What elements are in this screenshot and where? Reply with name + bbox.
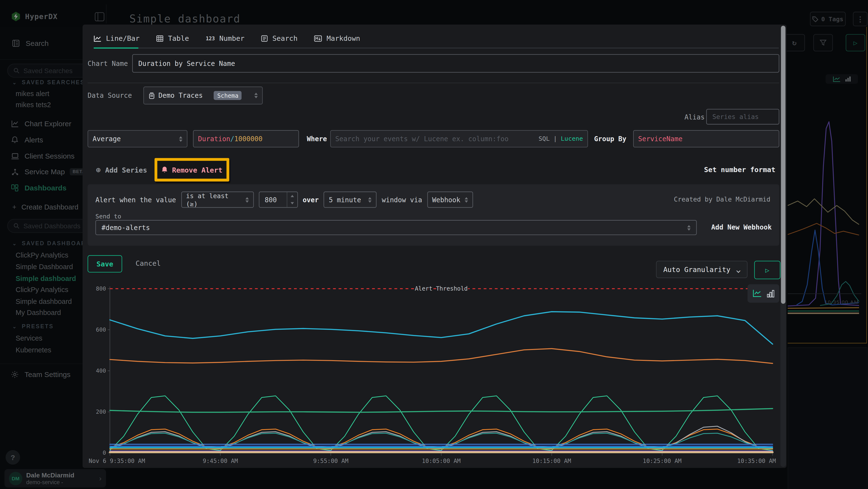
number-123-icon: 123 <box>206 35 215 41</box>
svg-text:Alert Threshold: Alert Threshold <box>415 285 467 292</box>
edit-chart-modal: Line/Bar Table 123 Number Search Markdow… <box>83 25 786 468</box>
sql-mode[interactable]: SQL <box>539 135 550 142</box>
active-tab-underline <box>94 48 138 49</box>
line-chart-icon <box>94 35 101 42</box>
alert-window-select[interactable]: 5 minute <box>324 192 377 208</box>
set-number-format-button[interactable]: Set number format <box>704 165 775 174</box>
alert-channel-select[interactable]: Webhook <box>427 192 473 208</box>
svg-text:400: 400 <box>96 368 106 374</box>
add-circle-icon: ⊕ <box>96 165 101 174</box>
alias-label: Alias <box>684 113 705 121</box>
cancel-button[interactable]: Cancel <box>135 259 161 268</box>
bar-chart-icon <box>767 290 774 297</box>
select-chevrons-icon <box>687 225 690 230</box>
lucene-mode[interactable]: Lucene <box>561 135 583 142</box>
add-new-webhook-button[interactable]: Add New Webhook <box>711 223 772 231</box>
svg-text:9:45:00 AM: 9:45:00 AM <box>203 457 238 464</box>
scrollbar-thumb[interactable] <box>781 26 785 304</box>
granularity-select[interactable]: Auto Granularity ⌄ <box>656 261 747 278</box>
schema-badge: Schema <box>214 91 242 100</box>
svg-text:0: 0 <box>103 450 106 456</box>
app-root: HyperDX Simple dashboard 0 Tags ⋮ ↻ ▷ Se… <box>0 0 868 489</box>
group-by-label: Group By <box>594 135 626 143</box>
tab-table[interactable]: Table <box>156 31 189 48</box>
chevron-down-icon: ⌄ <box>735 265 741 273</box>
where-placeholder: Search your events w/ Lucene ex. column:… <box>335 135 508 143</box>
remove-alert-button[interactable]: Remove Alert <box>161 166 222 174</box>
svg-text:200: 200 <box>96 409 106 415</box>
chart-name-input[interactable] <box>132 54 779 73</box>
series-alias-input[interactable] <box>706 109 779 124</box>
table-icon <box>156 35 163 42</box>
run-query-button[interactable]: ▷ <box>754 261 780 279</box>
svg-text:10:25:00 AM: 10:25:00 AM <box>643 457 682 464</box>
data-source-label: Data Source <box>88 91 132 99</box>
svg-text:10:15:00 AM: 10:15:00 AM <box>532 457 571 464</box>
created-by-label: Created by Dale McDiarmid <box>674 196 770 203</box>
line-chart-svg: 0200400600800Nov 6 9:35:00 AM9:45:00 AM9… <box>88 282 779 468</box>
where-label: Where <box>307 135 327 143</box>
alert-config-panel: Alert when the value is at least (≥) 800… <box>88 184 779 246</box>
select-chevrons-icon <box>368 197 372 202</box>
send-to-label: Send to <box>95 213 121 220</box>
select-chevrons-icon <box>179 136 183 141</box>
svg-text:9:55:00 AM: 9:55:00 AM <box>313 457 348 464</box>
chart-type-toggle[interactable] <box>747 284 779 303</box>
svg-text:Nov 6 9:35:00 AM: Nov 6 9:35:00 AM <box>89 457 145 464</box>
select-chevrons-icon <box>254 93 258 98</box>
add-series-button[interactable]: ⊕ Add Series <box>96 165 147 174</box>
chart-type-tabs: Line/Bar Table 123 Number Search Markdow… <box>94 31 360 48</box>
select-chevrons-icon <box>245 197 249 202</box>
svg-text:600: 600 <box>96 326 106 333</box>
search-doc-icon <box>261 35 268 42</box>
alert-threshold-input[interactable]: 800 <box>258 192 298 208</box>
select-chevrons-icon <box>465 197 468 202</box>
tab-search[interactable]: Search <box>261 31 298 48</box>
line-chart-icon <box>752 289 762 297</box>
window-via-label: window via <box>382 196 422 203</box>
aggregation-select[interactable]: Average <box>88 130 187 147</box>
data-source-select[interactable]: Demo Traces Schema <box>144 87 263 105</box>
remove-alert-annotation-highlight: Remove Alert <box>155 158 229 181</box>
database-icon <box>148 92 155 99</box>
where-search-input[interactable]: Search your events w/ Lucene ex. column:… <box>330 130 588 147</box>
save-button[interactable]: Save <box>88 255 122 272</box>
preview-chart: 0200400600800Nov 6 9:35:00 AM9:45:00 AM9… <box>88 282 779 468</box>
send-to-select[interactable]: #demo-alerts <box>95 220 697 235</box>
section-divider <box>88 83 779 83</box>
alert-condition-select[interactable]: is at least (≥) <box>181 192 254 208</box>
svg-text:10:05:00 AM: 10:05:00 AM <box>422 457 461 464</box>
tab-number[interactable]: 123 Number <box>206 31 245 48</box>
svg-text:10:35:00 AM: 10:35:00 AM <box>737 457 776 464</box>
alert-prefix-label: Alert when the value <box>95 196 176 203</box>
number-stepper[interactable] <box>286 192 297 207</box>
tab-line-bar[interactable]: Line/Bar <box>94 31 140 48</box>
modal-scrollbar[interactable] <box>780 26 786 467</box>
tab-markdown[interactable]: Markdown <box>314 31 360 48</box>
svg-text:800: 800 <box>96 286 106 292</box>
over-label: over <box>303 196 319 203</box>
play-icon: ▷ <box>765 266 769 274</box>
group-by-input[interactable]: ServiceName <box>633 130 779 147</box>
tab-rail <box>94 48 779 49</box>
chart-name-label: Chart Name <box>88 60 128 67</box>
markdown-icon <box>314 35 322 42</box>
field-expression-input[interactable]: Duration/1000000 <box>193 130 299 147</box>
bell-icon <box>161 166 168 174</box>
